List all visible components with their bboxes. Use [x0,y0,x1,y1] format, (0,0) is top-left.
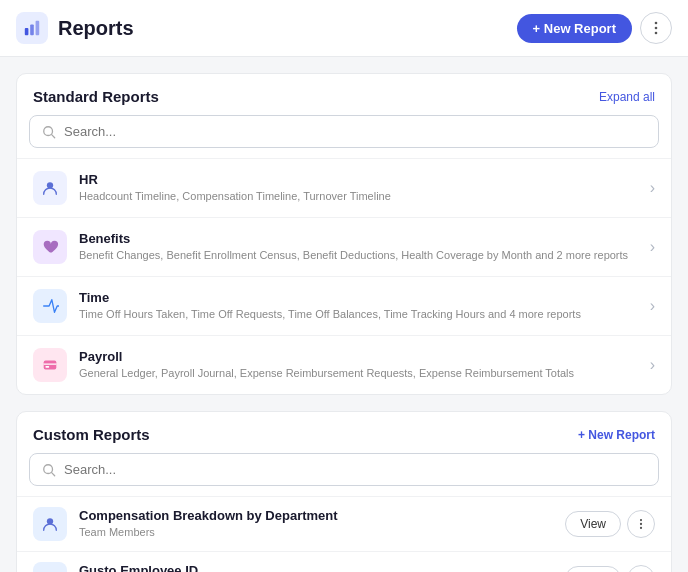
svg-point-17 [640,527,642,529]
svg-line-13 [52,472,55,475]
more-dots-button-1[interactable] [627,565,655,572]
payroll-report-name: Payroll [79,349,650,364]
svg-point-4 [655,27,658,30]
time-report-desc: Time Off Hours Taken, Time Off Requests,… [79,307,650,322]
custom-report-name-1: Gusto Employee ID [79,563,565,572]
custom-report-row-1: Gusto Employee ID Team Members View [17,551,671,572]
standard-report-row-benefits[interactable]: Benefits Benefit Changes, Benefit Enroll… [17,217,671,276]
standard-report-row-time[interactable]: Time Time Off Hours Taken, Time Off Requ… [17,276,671,335]
hr-chevron-icon: › [650,179,655,197]
page-header: Reports + New Report [0,0,688,57]
hr-report-desc: Headcount Timeline, Compensation Timelin… [79,189,650,204]
more-dots-button-0[interactable] [627,510,655,538]
custom-report-actions-0: View [565,510,655,538]
custom-report-icon-0 [33,507,67,541]
search-icon [42,125,56,139]
svg-point-16 [640,523,642,525]
custom-search-icon [42,463,56,477]
reports-icon [16,12,48,44]
svg-line-7 [52,134,55,137]
custom-search-container [17,453,671,496]
benefits-icon [33,230,67,264]
custom-search-box [29,453,659,486]
standard-search-input[interactable] [64,124,646,139]
svg-rect-0 [25,28,29,35]
svg-rect-11 [46,366,50,368]
expand-all-link[interactable]: Expand all [599,90,655,104]
custom-report-tag-0: Team Members [79,525,565,540]
standard-report-row-hr[interactable]: HR Headcount Timeline, Compensation Time… [17,158,671,217]
standard-reports-header: Standard Reports Expand all [17,74,671,115]
custom-report-icon-1 [33,562,67,572]
new-report-button[interactable]: + New Report [517,14,632,43]
hr-report-name: HR [79,172,650,187]
custom-report-name-0: Compensation Breakdown by Department [79,508,565,523]
standard-reports-title: Standard Reports [33,88,159,105]
standard-search-container [17,115,671,158]
time-report-info: Time Time Off Hours Taken, Time Off Requ… [79,290,650,322]
custom-search-input[interactable] [64,462,646,477]
svg-point-15 [640,519,642,521]
benefits-chevron-icon: › [650,238,655,256]
custom-reports-title: Custom Reports [33,426,150,443]
svg-point-3 [655,22,658,25]
time-report-name: Time [79,290,650,305]
payroll-icon [33,348,67,382]
standard-report-row-payroll[interactable]: Payroll General Ledger, Payroll Journal,… [17,335,671,394]
custom-report-row-0: Compensation Breakdown by Department Tea… [17,496,671,551]
benefits-report-info: Benefits Benefit Changes, Benefit Enroll… [79,231,650,263]
custom-reports-section: Custom Reports + New Report Compensa [16,411,672,572]
header-left: Reports [16,12,134,44]
time-chevron-icon: › [650,297,655,315]
payroll-report-info: Payroll General Ledger, Payroll Journal,… [79,349,650,381]
benefits-report-name: Benefits [79,231,650,246]
view-button-1[interactable]: View [565,566,621,572]
payroll-chevron-icon: › [650,356,655,374]
custom-report-actions-1: View [565,565,655,572]
hr-report-info: HR Headcount Timeline, Compensation Time… [79,172,650,204]
svg-rect-9 [44,361,57,370]
page-title: Reports [58,17,134,40]
svg-rect-1 [30,24,34,35]
main-content: Standard Reports Expand all HR [0,57,688,572]
benefits-report-desc: Benefit Changes, Benefit Enrollment Cens… [79,248,650,263]
custom-report-info-0: Compensation Breakdown by Department Tea… [79,508,565,540]
more-options-button[interactable] [640,12,672,44]
standard-search-box [29,115,659,148]
custom-new-report-link[interactable]: + New Report [578,428,655,442]
time-icon [33,289,67,323]
hr-icon [33,171,67,205]
svg-point-5 [655,32,658,35]
header-actions: + New Report [517,12,672,44]
view-button-0[interactable]: View [565,511,621,537]
standard-reports-section: Standard Reports Expand all HR [16,73,672,395]
custom-report-info-1: Gusto Employee ID Team Members [79,563,565,572]
custom-reports-header: Custom Reports + New Report [17,412,671,453]
svg-rect-2 [36,21,40,35]
payroll-report-desc: General Ledger, Payroll Journal, Expense… [79,366,650,381]
